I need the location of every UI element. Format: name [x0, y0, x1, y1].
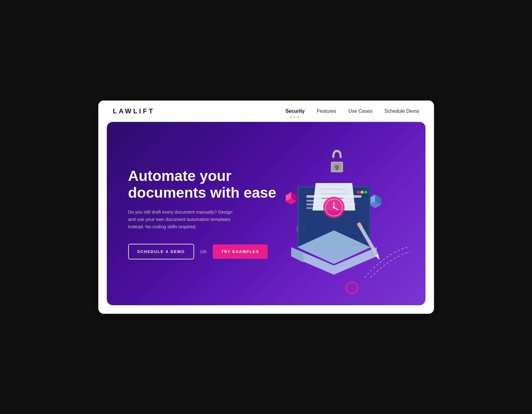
nav-features[interactable]: Features: [317, 108, 336, 114]
hero-subtitle: Do you still draft every document manual…: [128, 208, 238, 230]
svg-point-22: [360, 191, 364, 194]
nav-security[interactable]: Security: [285, 108, 305, 114]
deco-circle-purple: [367, 286, 383, 302]
navbar: LAWLIFT Security Features Use Cases Sche…: [98, 101, 434, 122]
svg-point-23: [364, 191, 367, 194]
logo[interactable]: LAWLIFT: [113, 107, 155, 115]
schedule-demo-button[interactable]: SCHEDULE A DEMO: [128, 244, 194, 259]
svg-point-33: [333, 207, 335, 208]
svg-point-21: [357, 191, 360, 194]
hero-buttons: SCHEDULE A DEMO OR TRY EXAMPLES: [128, 244, 281, 259]
nav-schedule-demo[interactable]: Schedule Demo: [385, 108, 419, 114]
try-examples-button[interactable]: TRY EXAMPLES: [213, 244, 268, 259]
hero-title: Automate your documents with ease: [128, 167, 281, 201]
deco-circle-pink: [346, 281, 358, 294]
hero-section: Automate your documents with ease Do you…: [107, 122, 425, 305]
nav-links: Security Features Use Cases Schedule Dem…: [285, 108, 419, 114]
browser-frame: LAWLIFT Security Features Use Cases Sche…: [98, 101, 434, 314]
svg-rect-40: [336, 167, 338, 170]
or-label: OR: [200, 249, 207, 254]
nav-use-cases[interactable]: Use Cases: [348, 108, 372, 114]
hero-content: Automate your documents with ease Do you…: [128, 167, 281, 259]
